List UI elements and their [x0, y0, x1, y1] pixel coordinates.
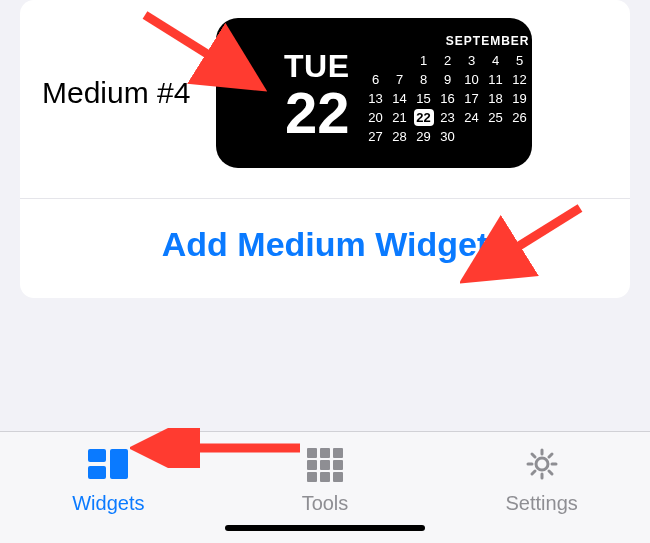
calendar-day: 17	[462, 90, 482, 107]
svg-rect-2	[110, 449, 128, 479]
calendar-day: 24	[462, 109, 482, 126]
calendar-day: 12	[510, 71, 530, 88]
calendar-day: 2	[438, 52, 458, 69]
svg-rect-4	[320, 448, 330, 458]
calendar-widget-preview: TUE 22 SEPTEMBER 12345678910111213141516…	[216, 18, 532, 168]
tab-label: Widgets	[72, 492, 144, 515]
calendar-day: 13	[366, 90, 386, 107]
calendar-day: 18	[486, 90, 506, 107]
calendar-day: 16	[438, 90, 458, 107]
tab-label: Settings	[506, 492, 578, 515]
calendar-day: 26	[510, 109, 530, 126]
svg-rect-11	[333, 472, 343, 482]
calendar-day: 3	[462, 52, 482, 69]
calendar-day: 7	[390, 71, 410, 88]
tab-widgets[interactable]: Widgets	[38, 446, 178, 515]
calendar-day: 22	[414, 109, 434, 126]
svg-point-12	[536, 458, 548, 470]
calendar-day: 23	[438, 109, 458, 126]
widget-row-label: Medium #4	[42, 76, 190, 110]
calendar-day: 28	[390, 128, 410, 145]
widget-day-number: 22	[285, 84, 350, 142]
widget-month-label: SEPTEMBER	[366, 34, 530, 48]
tab-label: Tools	[302, 492, 349, 515]
svg-rect-9	[307, 472, 317, 482]
svg-rect-3	[307, 448, 317, 458]
svg-rect-5	[333, 448, 343, 458]
tab-tools[interactable]: Tools	[255, 446, 395, 515]
calendar-day: 19	[510, 90, 530, 107]
svg-rect-7	[320, 460, 330, 470]
calendar-day: 14	[390, 90, 410, 107]
calendar-day: 11	[486, 71, 506, 88]
calendar-day: 27	[366, 128, 386, 145]
widgets-icon	[87, 446, 129, 486]
svg-rect-8	[333, 460, 343, 470]
home-indicator[interactable]	[225, 525, 425, 531]
grid-icon	[304, 446, 346, 486]
calendar-day: 4	[486, 52, 506, 69]
calendar-day: 30	[438, 128, 458, 145]
calendar-day: 8	[414, 71, 434, 88]
calendar-day: 10	[462, 71, 482, 88]
widget-row-medium-4[interactable]: Medium #4 TUE 22 SEPTEMBER 1234567891011…	[20, 0, 630, 199]
calendar-day: 9	[438, 71, 458, 88]
widget-day-abbrev: TUE	[284, 50, 350, 82]
calendar-day: 25	[486, 109, 506, 126]
svg-rect-0	[88, 449, 106, 462]
add-medium-widget-button[interactable]: Add Medium Widget	[162, 225, 488, 263]
calendar-day: 6	[366, 71, 386, 88]
svg-rect-1	[88, 466, 106, 479]
calendar-day: 15	[414, 90, 434, 107]
calendar-day: 1	[414, 52, 434, 69]
svg-rect-10	[320, 472, 330, 482]
calendar-day: 29	[414, 128, 434, 145]
gear-icon	[521, 446, 563, 486]
calendar-day: 21	[390, 109, 410, 126]
calendar-day: 5	[510, 52, 530, 69]
tab-settings[interactable]: Settings	[472, 446, 612, 515]
widget-month-grid: 1234567891011121314151617181920212223242…	[366, 52, 530, 145]
calendar-day: 20	[366, 109, 386, 126]
svg-rect-6	[307, 460, 317, 470]
